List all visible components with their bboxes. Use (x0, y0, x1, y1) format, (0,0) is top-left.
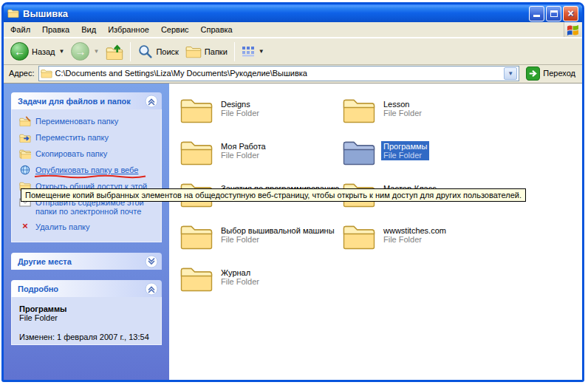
address-bar: Адрес: C:\Documents and Settings\Liza\My… (4, 65, 582, 84)
publish-web-globe-icon (19, 165, 31, 175)
views-button[interactable]: ▼ (239, 44, 267, 59)
window-title: Вышивка (23, 8, 68, 19)
folder-name: Designs (221, 100, 259, 109)
task-move-folder[interactable]: Переместить папку (19, 133, 157, 143)
forward-arrow-icon: → (71, 42, 89, 61)
folder-label: Программы File Folder (381, 141, 429, 160)
folder-type: File Folder (383, 151, 427, 160)
chevron-up-icon[interactable] (145, 282, 158, 296)
folder-label: Designs File Folder (219, 99, 261, 118)
folder-item[interactable]: Моя Работа File Folder (180, 139, 342, 181)
menu-help[interactable]: Справка (195, 23, 239, 36)
address-dropdown-button[interactable]: ▼ (504, 67, 517, 80)
folder-type: File Folder (383, 235, 446, 244)
folder-name: Lesson (383, 100, 422, 109)
folder-item[interactable]: Выбор вышивальной машины File Folder (180, 223, 342, 265)
folder-icon (180, 265, 213, 292)
content-area: Задачи для файлов и папок Переименовать … (4, 84, 582, 380)
folder-name: Программы (383, 142, 427, 151)
folder-type: File Folder (221, 109, 259, 117)
task-publish-folder[interactable]: Опубликовать папку в вебе (19, 166, 157, 175)
details-header[interactable]: Подробно (11, 280, 162, 297)
task-label: Переместить папку (35, 133, 109, 142)
folder-label: Журнал File Folder (219, 268, 261, 287)
forward-dropdown-icon: ▼ (93, 48, 99, 55)
folder-item[interactable]: Занятия по программированию File Folder (180, 181, 342, 223)
folder-item[interactable]: wwwstitches.com File Folder (342, 223, 505, 265)
details-folder-type: File Folder (19, 313, 157, 322)
back-button[interactable]: ← Назад ▼ (7, 41, 67, 62)
chevron-up-icon[interactable] (145, 95, 158, 108)
minimize-button[interactable] (529, 6, 544, 21)
folders-label: Папки (205, 47, 228, 56)
folder-label: Выбор вышивальной машины File Folder (219, 225, 337, 245)
toolbar: ← Назад ▼ → ▼ Поиск Папки (4, 38, 582, 65)
back-arrow-icon: ← (10, 42, 29, 61)
folder-item[interactable]: Designs File Folder (180, 97, 342, 139)
task-rename-folder[interactable]: Переименовать папку (19, 117, 157, 126)
menu-view[interactable]: Вид (75, 23, 102, 36)
details-folder-name: Программы (19, 304, 157, 313)
toolbar-separator (130, 42, 131, 61)
folder-icon (180, 139, 213, 166)
minimize-icon (533, 10, 540, 17)
folder-item[interactable]: Мастер-Класс File Folder (342, 181, 505, 223)
file-tasks-title: Задачи для файлов и папок (18, 97, 131, 106)
other-places-header[interactable]: Другие места (11, 253, 162, 270)
details-panel: Подробно Программы File Folder Изменен: … (11, 280, 162, 345)
title-bar: Вышивка × (4, 4, 582, 22)
menu-edit[interactable]: Правка (36, 23, 75, 36)
folder-icon (180, 223, 213, 250)
menu-file[interactable]: Файл (4, 23, 36, 36)
rename-folder-icon (19, 116, 31, 126)
folder-type: File Folder (221, 235, 335, 244)
file-tasks-header[interactable]: Задачи для файлов и папок (11, 92, 162, 109)
folder-item[interactable]: Lesson File Folder (342, 97, 505, 139)
maximize-icon (550, 10, 558, 17)
details-body: Программы File Folder Изменен: 1 февраля… (11, 297, 162, 345)
task-pane: Задачи для файлов и папок Переименовать … (4, 84, 169, 380)
go-label: Переход (543, 69, 575, 78)
details-title: Подробно (18, 285, 58, 293)
file-tasks-panel: Задачи для файлов и папок Переименовать … (11, 92, 162, 242)
folder-type: File Folder (221, 151, 266, 160)
close-button[interactable]: × (563, 6, 578, 21)
folder-item[interactable]: Журнал File Folder (180, 265, 342, 307)
address-folder-icon (41, 69, 52, 78)
copy-folder-icon (19, 149, 31, 159)
folder-icon (180, 97, 213, 123)
folder-name: wwwstitches.com (383, 226, 446, 235)
delete-x-icon: × (19, 222, 31, 232)
back-dropdown-icon: ▼ (59, 48, 65, 55)
search-button[interactable]: Поиск (134, 42, 181, 61)
file-list: Designs File Folder Lesson File Folder М… (169, 84, 582, 380)
address-path: C:\Documents and Settings\Liza\My Docume… (55, 69, 307, 78)
folder-up-icon (106, 44, 123, 60)
task-copy-folder[interactable]: Скопировать папку (19, 149, 157, 159)
task-label: Удалить папку (35, 222, 90, 231)
address-input[interactable]: C:\Documents and Settings\Liza\My Docume… (38, 66, 520, 81)
folder-item-selected[interactable]: Программы File Folder (342, 139, 505, 181)
back-label: Назад (32, 47, 55, 56)
menu-tools[interactable]: Сервис (155, 23, 195, 36)
folder-name: Выбор вышивальной машины (221, 226, 335, 235)
folder-label: Lesson File Folder (381, 99, 424, 118)
go-button[interactable]: Переход (523, 67, 578, 81)
move-folder-icon (19, 132, 31, 143)
red-underline-annotation (34, 174, 146, 179)
folders-button[interactable]: Папки (182, 44, 230, 60)
menu-favorites[interactable]: Избранное (102, 23, 155, 36)
forward-button[interactable]: → ▼ (68, 41, 102, 62)
go-arrow-icon (526, 67, 540, 81)
tooltip: Помещение копий выбранных элементов на о… (21, 188, 526, 202)
other-places-title: Другие места (18, 257, 72, 266)
chevron-down-icon[interactable] (145, 255, 158, 268)
folder-icon (342, 223, 376, 250)
folder-label: wwwstitches.com File Folder (381, 225, 448, 245)
maximize-button[interactable] (546, 6, 561, 21)
up-button[interactable] (103, 42, 126, 61)
windows-logo-icon (564, 22, 581, 37)
window-folder-icon (7, 8, 19, 18)
task-delete-folder[interactable]: × Удалить папку (19, 222, 157, 232)
details-modified: Изменен: 1 февраля 2007 г., 13:54 (19, 333, 157, 341)
